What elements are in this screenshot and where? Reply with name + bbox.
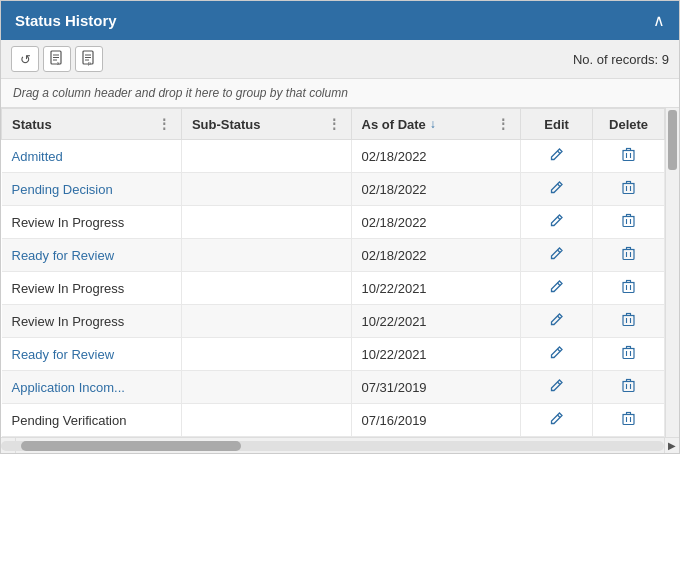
- edit-cell: [521, 404, 593, 437]
- sub-status-cell: [181, 206, 351, 239]
- svg-rect-59: [623, 349, 634, 359]
- delete-cell: [593, 206, 665, 239]
- as-of-date-cell: 02/18/2022: [351, 206, 521, 239]
- delete-button[interactable]: [618, 279, 639, 297]
- delete-button[interactable]: [618, 312, 639, 330]
- delete-button[interactable]: [618, 246, 639, 264]
- status-cell: Review In Progress: [2, 206, 182, 239]
- svg-rect-27: [623, 217, 634, 227]
- scroll-right-button[interactable]: ▶: [664, 438, 679, 453]
- edit-cell: [521, 371, 593, 404]
- svg-rect-19: [623, 184, 634, 194]
- status-cell: Admitted: [2, 140, 182, 173]
- svg-rect-11: [623, 151, 634, 161]
- svg-line-58: [558, 349, 561, 352]
- delete-cell: [593, 338, 665, 371]
- edit-button[interactable]: [545, 411, 568, 429]
- delete-button[interactable]: [618, 213, 639, 231]
- status-link[interactable]: Ready for Review: [12, 248, 115, 263]
- edit-cell: [521, 173, 593, 206]
- as-of-date-cell: 07/16/2019: [351, 404, 521, 437]
- table-row: Ready for Review10/22/2021: [2, 338, 680, 371]
- sub-status-cell: [181, 239, 351, 272]
- svg-line-66: [558, 382, 561, 385]
- panel-title: Status History: [15, 12, 117, 29]
- as-of-date-cell: 02/18/2022: [351, 140, 521, 173]
- table-row: Application Incom...07/31/2019: [2, 371, 680, 404]
- delete-cell: [593, 305, 665, 338]
- status-link[interactable]: Admitted: [12, 149, 63, 164]
- col-header-sub-status[interactable]: Sub-Status ⋮: [181, 109, 351, 140]
- table-header-row: Status ⋮ Sub-Status ⋮: [2, 109, 680, 140]
- table-row: Ready for Review02/18/2022: [2, 239, 680, 272]
- as-of-date-cell: 10/22/2021: [351, 338, 521, 371]
- col-header-as-of-date[interactable]: As of Date ↓ ⋮: [351, 109, 521, 140]
- svg-rect-75: [623, 415, 634, 425]
- svg-rect-51: [623, 316, 634, 326]
- vertical-scrollbar[interactable]: [665, 108, 679, 437]
- edit-cell: [521, 239, 593, 272]
- edit-button[interactable]: [545, 246, 568, 264]
- status-link[interactable]: Application Incom...: [12, 380, 125, 395]
- export-pdf-button[interactable]: p: [75, 46, 103, 72]
- v-scroll-thumb[interactable]: [668, 110, 677, 170]
- horizontal-scrollbar[interactable]: ◀ ▶: [1, 437, 679, 453]
- edit-button[interactable]: [545, 180, 568, 198]
- records-count: No. of records: 9: [573, 52, 669, 67]
- delete-button[interactable]: [618, 147, 639, 165]
- sub-status-cell: [181, 272, 351, 305]
- delete-button[interactable]: [618, 411, 639, 429]
- status-link[interactable]: Pending Decision: [12, 182, 113, 197]
- edit-cell: [521, 272, 593, 305]
- svg-line-74: [558, 415, 561, 418]
- collapse-icon[interactable]: ∧: [653, 11, 665, 30]
- edit-button[interactable]: [545, 378, 568, 396]
- table-row: Pending Verification07/16/2019: [2, 404, 680, 437]
- edit-button[interactable]: [545, 312, 568, 330]
- as-of-date-cell: 02/18/2022: [351, 239, 521, 272]
- scroll-thumb[interactable]: [21, 441, 241, 451]
- sub-status-cell: [181, 305, 351, 338]
- export-csv-icon: x: [50, 50, 64, 69]
- delete-button[interactable]: [618, 345, 639, 363]
- edit-button[interactable]: [545, 279, 568, 297]
- status-cell: Review In Progress: [2, 305, 182, 338]
- sub-status-cell: [181, 338, 351, 371]
- as-of-date-col-menu-icon[interactable]: ⋮: [496, 116, 510, 132]
- sub-status-col-menu-icon[interactable]: ⋮: [327, 116, 341, 132]
- delete-button[interactable]: [618, 378, 639, 396]
- edit-button[interactable]: [545, 213, 568, 231]
- col-header-delete: Delete: [593, 109, 665, 140]
- status-cell: Pending Verification: [2, 404, 182, 437]
- delete-cell: [593, 371, 665, 404]
- status-history-panel: Status History ∧ ↺ x: [0, 0, 680, 454]
- as-of-date-cell: 10/22/2021: [351, 305, 521, 338]
- svg-line-34: [558, 250, 561, 253]
- delete-button[interactable]: [618, 180, 639, 198]
- edit-cell: [521, 206, 593, 239]
- drag-hint: Drag a column header and drop it here to…: [1, 79, 679, 108]
- edit-cell: [521, 305, 593, 338]
- delete-cell: [593, 272, 665, 305]
- sub-status-cell: [181, 173, 351, 206]
- delete-cell: [593, 404, 665, 437]
- edit-button[interactable]: [545, 147, 568, 165]
- sub-status-cell: [181, 371, 351, 404]
- svg-text:p: p: [88, 60, 91, 66]
- col-header-status[interactable]: Status ⋮: [2, 109, 182, 140]
- as-of-date-cell: 07/31/2019: [351, 371, 521, 404]
- svg-line-50: [558, 316, 561, 319]
- col-header-edit: Edit: [521, 109, 593, 140]
- edit-button[interactable]: [545, 345, 568, 363]
- export-pdf-icon: p: [82, 50, 96, 69]
- svg-rect-43: [623, 283, 634, 293]
- svg-line-26: [558, 217, 561, 220]
- edit-cell: [521, 338, 593, 371]
- export-csv-button[interactable]: x: [43, 46, 71, 72]
- delete-cell: [593, 173, 665, 206]
- status-col-menu-icon[interactable]: ⋮: [157, 116, 171, 132]
- status-link[interactable]: Ready for Review: [12, 347, 115, 362]
- as-of-date-cell: 10/22/2021: [351, 272, 521, 305]
- undo-button[interactable]: ↺: [11, 46, 39, 72]
- toolbar: ↺ x: [1, 40, 679, 79]
